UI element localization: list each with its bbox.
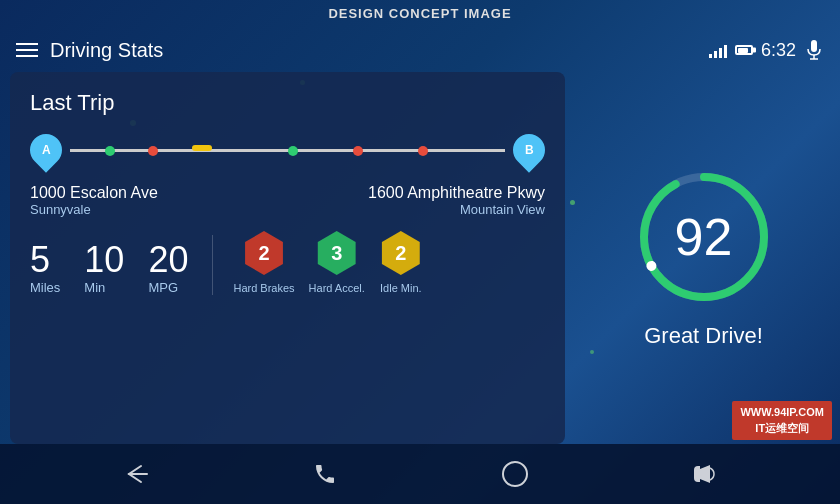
status-bar: Driving Stats 6:32	[0, 28, 840, 72]
nav-phone[interactable]	[303, 452, 347, 496]
location-start: 1000 Escalon Ave Sunnyvale	[30, 184, 158, 217]
watermark-top: DESIGN CONCEPT IMAGE	[0, 0, 840, 27]
stat-mpg: 20 MPG	[148, 242, 188, 295]
stat-min: 10 Min	[84, 242, 124, 295]
svg-point-6	[503, 462, 527, 486]
time-display: 6:32	[761, 40, 796, 61]
location-end: 1600 Amphitheatre Pkwy Mountain View	[368, 184, 545, 217]
bottom-nav	[0, 444, 840, 504]
nav-back[interactable]	[113, 452, 157, 496]
score-number: 92	[675, 207, 733, 267]
badge-hard-accel: 3 Hard Accel.	[309, 231, 365, 295]
end-pin: B	[506, 127, 551, 172]
route-container: A B	[30, 126, 545, 174]
stat-miles: 5 Miles	[30, 242, 60, 295]
hard-brakes-badge: 2	[242, 231, 286, 275]
stats-row: 5 Miles 10 Min 20 MPG 2 Hard Brakes 3	[30, 231, 545, 295]
menu-button[interactable]	[16, 43, 38, 57]
signal-icon	[709, 42, 727, 58]
badge-hard-brakes: 2 Hard Brakes	[233, 231, 294, 295]
battery-icon	[735, 45, 753, 55]
score-section: 92 Great Drive!	[577, 72, 830, 444]
route-line	[70, 149, 505, 152]
locations-row: 1000 Escalon Ave Sunnyvale 1600 Amphithe…	[30, 184, 545, 217]
trip-card-title: Last Trip	[30, 90, 545, 116]
end-address: 1600 Amphitheatre Pkwy	[368, 184, 545, 202]
main-content: Last Trip A B 1000 Escalon Ave	[10, 72, 830, 444]
hard-accel-badge: 3	[315, 231, 359, 275]
nav-audio[interactable]	[683, 452, 727, 496]
stats-divider	[212, 235, 213, 295]
watermark-bottom-right: WWW.94IP.COM IT运维空间	[732, 401, 832, 440]
mic-icon[interactable]	[804, 40, 824, 60]
start-pin: A	[23, 127, 68, 172]
score-ring: 92	[634, 167, 774, 307]
score-label: Great Drive!	[644, 323, 763, 349]
badge-idle-min: 2 Idle Min.	[379, 231, 423, 295]
badge-stats: 2 Hard Brakes 3 Hard Accel. 2 Idle Min.	[233, 231, 422, 295]
app-title: Driving Stats	[50, 39, 163, 62]
start-city: Sunnyvale	[30, 202, 158, 217]
trip-card: Last Trip A B 1000 Escalon Ave	[10, 72, 565, 444]
start-address: 1000 Escalon Ave	[30, 184, 158, 202]
end-city: Mountain View	[368, 202, 545, 217]
idle-min-badge: 2	[379, 231, 423, 275]
svg-rect-0	[811, 40, 817, 52]
nav-home[interactable]	[493, 452, 537, 496]
